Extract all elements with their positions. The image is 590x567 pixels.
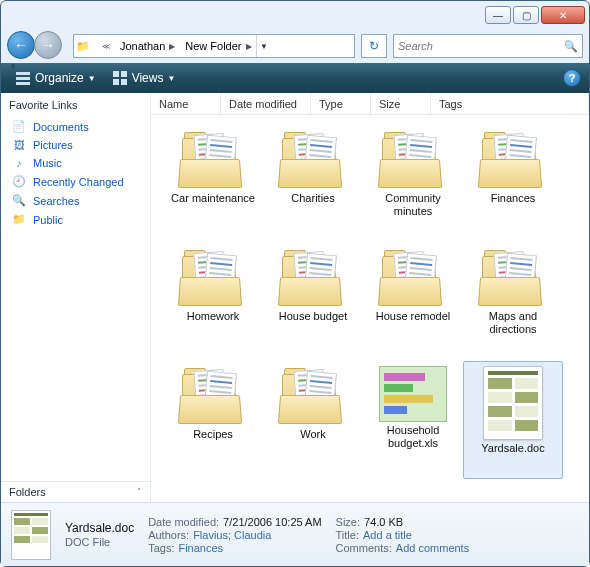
recent-icon: 🕘: [11, 175, 27, 188]
main-panel: Name Date modified Type Size Tags Car ma…: [151, 93, 589, 502]
file-name: Work: [300, 428, 325, 441]
file-item[interactable]: Yardsale.doc: [463, 361, 563, 479]
file-name: Maps and directions: [468, 310, 558, 335]
svg-rect-6: [121, 79, 127, 85]
svg-rect-4: [121, 71, 127, 77]
file-name: Yardsale.doc: [481, 442, 544, 455]
file-item[interactable]: Community minutes: [363, 125, 463, 243]
views-icon: [112, 70, 128, 86]
file-item[interactable]: Household budget.xls: [363, 361, 463, 479]
details-filetype: DOC File: [65, 536, 134, 548]
sidebar-item-documents[interactable]: 📄Documents: [1, 117, 150, 136]
folder-icon: [379, 130, 447, 190]
breadcrumb-new-folder[interactable]: New Folder▶: [179, 35, 255, 57]
file-name: Car maintenance: [171, 192, 255, 205]
svg-rect-5: [113, 79, 119, 85]
folder-icon: [379, 248, 447, 308]
svg-rect-2: [16, 82, 30, 85]
details-tags[interactable]: Finances: [178, 542, 223, 554]
chevron-up-icon: ˄: [137, 487, 142, 497]
file-item[interactable]: House remodel: [363, 243, 463, 361]
svg-rect-3: [113, 71, 119, 77]
file-item[interactable]: Work: [263, 361, 363, 479]
search-placeholder: Search: [398, 40, 433, 52]
details-pane: Yardsale.doc DOC File Date modified:7/21…: [1, 502, 589, 566]
svg-rect-1: [16, 77, 30, 80]
maximize-button[interactable]: ▢: [513, 6, 539, 24]
folder-icon: [479, 248, 547, 308]
file-name: Community minutes: [368, 192, 458, 217]
sidebar-item-public[interactable]: 📁Public: [1, 210, 150, 229]
file-name: Household budget.xls: [368, 424, 458, 449]
col-date[interactable]: Date modified: [221, 93, 311, 114]
folder-icon: [179, 248, 247, 308]
col-size[interactable]: Size: [371, 93, 431, 114]
forward-button[interactable]: →: [34, 31, 62, 59]
nav-row: ← → ▼ 📁 ≪ Jonathan▶ New Folder▶ ▼ ↻ Sear…: [1, 29, 589, 63]
documents-icon: 📄: [11, 120, 27, 133]
file-item[interactable]: Homework: [163, 243, 263, 361]
details-size: 74.0 KB: [364, 516, 403, 528]
sidebar-item-searches[interactable]: 🔍Searches: [1, 191, 150, 210]
back-button[interactable]: ←: [7, 31, 35, 59]
searches-icon: 🔍: [11, 194, 27, 207]
address-dropdown[interactable]: ▼: [256, 35, 272, 57]
file-item[interactable]: Charities: [263, 125, 363, 243]
file-item[interactable]: Maps and directions: [463, 243, 563, 361]
folder-icon: [179, 130, 247, 190]
details-col-1: Date modified:7/21/2006 10:25 AM Authors…: [148, 516, 321, 554]
file-name: House budget: [279, 310, 348, 323]
sidebar-item-recent[interactable]: 🕘Recently Changed: [1, 172, 150, 191]
folder-icon: [279, 366, 347, 426]
folder-icon: [179, 366, 247, 426]
file-name: Finances: [491, 192, 536, 205]
nav-history-dropdown[interactable]: ▼: [9, 62, 17, 71]
breadcrumb-root-arrow[interactable]: ≪: [92, 35, 114, 57]
details-authors[interactable]: Flavius; Claudia: [193, 529, 271, 541]
music-icon: ♪: [11, 157, 27, 169]
file-item[interactable]: Recipes: [163, 361, 263, 479]
file-item[interactable]: Car maintenance: [163, 125, 263, 243]
file-grid[interactable]: Car maintenanceCharitiesCommunity minute…: [151, 115, 589, 502]
sidebar-heading: Favorite Links: [1, 93, 150, 115]
file-name: Charities: [291, 192, 334, 205]
details-col-2: Size:74.0 KB Title:Add a title Comments:…: [336, 516, 470, 554]
search-box[interactable]: Search 🔍: [393, 34, 583, 58]
column-headers: Name Date modified Type Size Tags: [151, 93, 589, 115]
col-type[interactable]: Type: [311, 93, 371, 114]
xls-icon: [379, 366, 447, 422]
sidebar-item-music[interactable]: ♪Music: [1, 154, 150, 172]
explorer-window: — ▢ ✕ ← → ▼ 📁 ≪ Jonathan▶ New Folder▶ ▼ …: [0, 0, 590, 567]
details-date: 7/21/2006 10:25 AM: [223, 516, 321, 528]
organize-icon: [15, 70, 31, 86]
help-button[interactable]: ?: [563, 69, 581, 87]
doc-icon: [483, 366, 543, 440]
file-name: House remodel: [376, 310, 451, 323]
refresh-button[interactable]: ↻: [361, 34, 387, 58]
col-name[interactable]: Name: [151, 93, 221, 114]
minimize-button[interactable]: —: [485, 6, 511, 24]
details-comments[interactable]: Add comments: [396, 542, 469, 554]
toolbar: Organize▼ Views▼ ?: [1, 63, 589, 93]
views-button[interactable]: Views▼: [106, 68, 182, 88]
file-item[interactable]: House budget: [263, 243, 363, 361]
details-filename: Yardsale.doc: [65, 521, 134, 535]
folder-icon: 📁: [74, 40, 92, 53]
breadcrumb-jonathan[interactable]: Jonathan▶: [114, 35, 179, 57]
folders-toggle[interactable]: Folders ˄: [1, 481, 150, 502]
col-tags[interactable]: Tags: [431, 93, 589, 114]
close-button[interactable]: ✕: [541, 6, 585, 24]
sidebar-items: 📄Documents 🖼Pictures ♪Music 🕘Recently Ch…: [1, 115, 150, 231]
pictures-icon: 🖼: [11, 139, 27, 151]
address-bar[interactable]: 📁 ≪ Jonathan▶ New Folder▶ ▼: [73, 34, 355, 58]
folder-icon: [279, 130, 347, 190]
search-icon: 🔍: [564, 40, 578, 53]
file-name: Homework: [187, 310, 240, 323]
svg-rect-0: [16, 72, 30, 75]
details-thumbnail: [11, 510, 51, 560]
sidebar-item-pictures[interactable]: 🖼Pictures: [1, 136, 150, 154]
organize-button[interactable]: Organize▼: [9, 68, 102, 88]
file-item[interactable]: Finances: [463, 125, 563, 243]
details-title[interactable]: Add a title: [363, 529, 412, 541]
body: Favorite Links 📄Documents 🖼Pictures ♪Mus…: [1, 93, 589, 502]
